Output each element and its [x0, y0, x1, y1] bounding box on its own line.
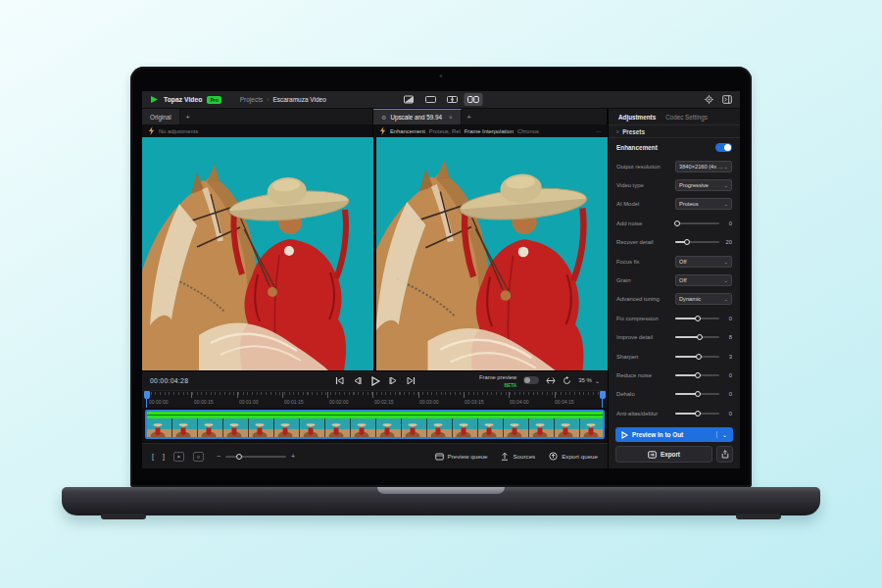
timeline-zoom-out-button[interactable]: −: [217, 453, 220, 460]
view-mode-side-by-side-button[interactable]: [465, 93, 483, 106]
row-video-type: Video type Progressive ⌄: [616, 175, 732, 194]
row-label: Sharpen: [616, 354, 675, 360]
row-ai-model: AI Model Proteus ⌄: [616, 195, 732, 214]
tab-original[interactable]: Original: [142, 109, 180, 124]
share-button[interactable]: [716, 446, 733, 463]
presets-row[interactable]: › Presets: [609, 124, 740, 138]
timeline-zoom-in-button[interactable]: +: [291, 453, 295, 460]
row-fix-compression: Fix compression 0: [616, 309, 732, 327]
row-label: Video type: [616, 182, 675, 188]
slider-value: 0: [723, 220, 732, 226]
open-export-panel-button[interactable]: [722, 95, 732, 105]
clear-in-out-button[interactable]: ×: [173, 452, 184, 462]
reduce-noise-slider[interactable]: 0: [675, 372, 732, 378]
export-button-label: Export: [661, 451, 680, 458]
view-mode-single-button[interactable]: [421, 93, 440, 106]
frame-preview-block: Frame preview BETA: [479, 373, 516, 388]
export-queue-button[interactable]: Export queue: [549, 452, 598, 461]
output-resolution-dropdown[interactable]: 3840×2160 (4x … ⌄: [675, 161, 732, 172]
fit-to-screen-icon[interactable]: [546, 376, 556, 385]
view-mode-original-toggle-button[interactable]: [400, 93, 418, 106]
grain-dropdown[interactable]: Off ⌄: [675, 274, 732, 286]
laptop-base: [62, 487, 820, 515]
laptop-foot: [736, 514, 781, 519]
in-point-marker[interactable]: [144, 391, 150, 399]
chevron-down-icon: ⌄: [595, 377, 600, 384]
current-timecode: 00:00:04:28: [150, 377, 188, 384]
enhancement-label: Enhancement: [616, 144, 715, 151]
loop-selection-button[interactable]: ○: [193, 452, 204, 462]
dropdown-value: Proteus: [679, 201, 723, 207]
focus-fix-dropdown[interactable]: Off ⌄: [675, 256, 732, 268]
upscaled-video-preview[interactable]: [376, 137, 608, 370]
app-topbar: Topaz Video Pro Projects › Escaramuza Vi…: [142, 91, 740, 109]
slider-value: 3: [723, 354, 732, 360]
settings-button[interactable]: [705, 95, 713, 105]
view-mode-group: [400, 93, 483, 106]
tab-adjustments[interactable]: Adjustments: [618, 114, 656, 121]
skip-to-end-button[interactable]: [407, 376, 416, 385]
advanced-tuning-dropdown[interactable]: Dynamic ⌄: [675, 293, 732, 305]
anti-alias-deblur-slider[interactable]: 0: [675, 411, 732, 416]
preview-zoom-select[interactable]: 35 % ⌄: [578, 377, 600, 384]
pane-tab-strips: Original + ⚙ Upscale and 59.94 × +: [142, 109, 608, 124]
video-type-dropdown[interactable]: Progressive ⌄: [675, 179, 732, 191]
play-button[interactable]: [370, 376, 380, 386]
frame-preview-toggle[interactable]: [523, 376, 539, 384]
step-back-button[interactable]: [353, 376, 362, 385]
preview-in-to-out-button[interactable]: Preview In to Out ⌄: [615, 427, 733, 442]
step-forward-button[interactable]: [389, 376, 398, 385]
enhancement-toggle[interactable]: [715, 143, 732, 152]
bolt-icon: [379, 126, 386, 135]
timeline-toolbar: [ ] × ○ − +: [142, 443, 608, 468]
row-label: Improve detail: [616, 334, 675, 340]
filter-overflow-button[interactable]: ⋯: [596, 128, 602, 134]
ruler-label: 00:00:00: [149, 399, 168, 405]
enhancement-filter-label[interactable]: Enhancement: [390, 128, 425, 134]
view-mode-split-button[interactable]: [443, 93, 462, 106]
add-view-button-right[interactable]: +: [462, 109, 477, 124]
skip-to-start-button[interactable]: [335, 376, 344, 385]
transport-right-group: Frame preview BETA: [479, 373, 600, 388]
set-out-point-button[interactable]: ]: [163, 453, 165, 460]
set-in-point-button[interactable]: [: [152, 453, 154, 460]
video-previews: [142, 137, 608, 370]
timeline-ruler[interactable]: 00:00:00 00:00:15 00:01:00 00:01:15 00:0…: [142, 390, 608, 408]
timeline-zoom-slider[interactable]: [225, 456, 286, 458]
app-title: Topaz Video: [164, 96, 202, 103]
playhead-marker[interactable]: [600, 391, 606, 399]
export-button[interactable]: Export: [615, 446, 712, 463]
fix-compression-slider[interactable]: 0: [675, 316, 732, 321]
dehalo-slider[interactable]: 0: [675, 391, 732, 397]
breadcrumb-current-project: Escaramuza Video: [272, 96, 325, 103]
slider-value: 0: [723, 391, 732, 397]
improve-detail-slider[interactable]: 8: [675, 334, 732, 340]
add-noise-slider[interactable]: 0: [675, 220, 732, 226]
topaz-logo-icon: [150, 95, 159, 104]
preview-options-chevron[interactable]: ⌄: [716, 431, 727, 438]
ai-model-dropdown[interactable]: Proteus ⌄: [675, 198, 732, 210]
tab-upscale[interactable]: ⚙ Upscale and 59.94 ×: [373, 109, 462, 124]
chevron-right-icon: ›: [616, 128, 618, 135]
sharpen-slider[interactable]: 3: [675, 354, 732, 360]
chevron-down-icon: ⌄: [723, 201, 728, 207]
original-video-preview[interactable]: [142, 137, 373, 370]
refresh-preview-icon[interactable]: [563, 376, 571, 385]
breadcrumb-projects[interactable]: Projects: [240, 96, 263, 103]
timeline-clip[interactable]: [145, 410, 605, 439]
sources-button[interactable]: Sources: [501, 452, 535, 461]
ruler-label: 00:01:15: [284, 399, 303, 405]
row-label: Fix compression: [616, 316, 675, 321]
row-label: Focus fix: [616, 259, 675, 265]
add-view-button-left[interactable]: +: [180, 109, 196, 124]
side-by-side-view-icon: [467, 95, 480, 104]
preview-queue-button[interactable]: Preview queue: [435, 453, 488, 461]
ruler-label: 00:00:15: [194, 399, 213, 405]
interpolation-filter-label[interactable]: Frame Interpolation: [465, 128, 514, 134]
chevron-down-icon: ⌄: [723, 182, 728, 188]
tab-codec-settings[interactable]: Codec Settings: [665, 114, 708, 121]
chevron-down-icon: ⌄: [723, 277, 728, 283]
tab-upscale-label: Upscale and 59.94: [390, 114, 442, 121]
recover-detail-slider[interactable]: 20: [675, 239, 732, 245]
tab-close-icon[interactable]: ×: [449, 114, 453, 121]
